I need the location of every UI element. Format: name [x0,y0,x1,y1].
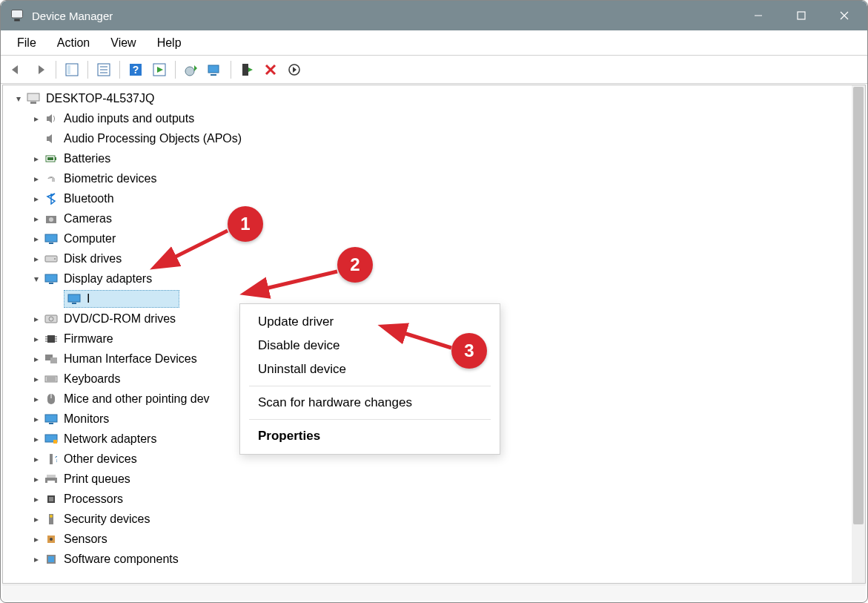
tree-category-sensors[interactable]: ▸ Sensors [9,529,865,549]
ctx-scan-hardware[interactable]: Scan for hardware changes [240,391,500,415]
tree-category-print[interactable]: ▸ Print queues [9,469,865,489]
chevron-right-icon[interactable]: ▸ [30,254,43,264]
chevron-right-icon[interactable]: ▸ [30,154,43,164]
window-controls [737,1,866,30]
chevron-right-icon[interactable]: ▸ [30,334,43,344]
hid-icon [43,352,59,366]
tree-category-biometric[interactable]: ▸ Biometric devices [9,168,865,188]
svg-rect-37 [49,283,53,284]
maximize-button[interactable] [780,1,823,30]
svg-rect-67 [49,497,53,501]
computer-icon [25,91,42,106]
tree-label: Computer [64,232,116,246]
properties-button[interactable] [93,59,115,81]
chevron-right-icon[interactable]: ▸ [30,514,43,524]
refresh-button[interactable] [283,59,305,81]
minimize-button[interactable] [737,1,780,30]
chevron-right-icon[interactable]: ▸ [30,354,43,364]
chevron-right-icon[interactable]: ▸ [30,174,43,184]
tree-category-audio-io[interactable]: ▸ Audio inputs and outputs [9,108,865,128]
tree-category-computer[interactable]: ▸ Computer [9,228,865,248]
svg-rect-42 [47,335,55,343]
sensor-icon [43,532,59,547]
tree-label: Security devices [64,513,150,526]
title-bar: Device Manager [1,1,867,30]
chevron-right-icon[interactable]: ▸ [30,414,43,424]
enable-device-button[interactable] [236,59,258,81]
tree-label: Mice and other pointing dev [64,392,210,406]
chevron-right-icon[interactable]: ▸ [30,394,43,404]
svg-point-16 [185,67,194,76]
chevron-right-icon[interactable]: ▸ [30,214,43,224]
ctx-update-driver[interactable]: Update driver [240,310,500,334]
other-devices-icon: ? [43,452,59,467]
ctx-properties[interactable]: Properties [240,424,500,448]
chevron-right-icon[interactable]: ▸ [30,534,43,544]
svg-rect-61 [50,454,53,464]
tree-category-display[interactable]: ▾ Display adapters [9,268,865,289]
tree-category-batteries[interactable]: ▸ Batteries [9,148,865,168]
tree-category-disk[interactable]: ▸ Disk drives [9,248,865,268]
tree-root[interactable]: ▾ DESKTOP-4L537JQ [9,88,865,108]
window-title: Device Manager [32,10,113,22]
scrollbar-thumb[interactable] [853,87,864,524]
chevron-right-icon[interactable]: ▸ [30,194,43,204]
nav-back-button[interactable] [5,59,27,81]
svg-rect-32 [45,234,57,242]
toolbar: ? [1,56,867,84]
monitor-icon [43,412,59,426]
chevron-right-icon[interactable]: ▸ [30,234,43,244]
menu-view[interactable]: View [100,33,146,53]
chevron-right-icon[interactable]: ▸ [30,494,43,504]
tree-label: DESKTOP-4L537JQ [46,92,154,105]
chevron-right-icon[interactable]: ▸ [30,374,43,384]
chevron-down-icon[interactable]: ▾ [30,274,43,284]
chevron-right-icon[interactable]: ▸ [30,113,43,124]
printer-icon [43,472,59,487]
chevron-right-icon[interactable]: ▸ [30,434,43,444]
menu-bar: File Action View Help [1,30,867,56]
show-hide-console-tree-button[interactable] [61,59,83,81]
camera-icon [43,211,59,226]
chevron-down-icon[interactable]: ▾ [12,93,25,104]
tree-category-software-comp[interactable]: ▸ Software components [9,549,865,569]
annotation-step-2: 2 [337,247,373,283]
tree-label: Batteries [64,152,110,165]
menu-help[interactable]: Help [147,33,192,53]
close-button[interactable] [823,1,866,30]
ctx-separator [249,419,491,420]
help-button[interactable]: ? [125,59,147,81]
chevron-right-icon[interactable]: ▸ [30,454,43,464]
tree-category-security[interactable]: ▸ Security devices [9,509,865,529]
context-menu: Update driver Disable device Uninstall d… [239,303,500,455]
tree-label: Biometric devices [64,172,156,185]
tree-category-processors[interactable]: ▸ Processors [9,489,865,509]
toolbar-separator [119,61,120,79]
svg-rect-33 [49,243,53,244]
chevron-right-icon[interactable]: ▸ [30,554,43,564]
svg-rect-0 [12,10,23,19]
svg-rect-3 [798,12,805,19]
scan-button[interactable] [204,59,226,81]
tree-label: Software components [64,553,179,566]
nav-forward-button[interactable] [29,59,51,81]
chevron-right-icon[interactable]: ▸ [30,314,43,324]
action-window-button[interactable] [148,59,170,81]
vertical-scrollbar[interactable] [852,85,865,583]
svg-rect-19 [242,64,248,76]
tree-category-bluetooth[interactable]: ▸ Bluetooth [9,188,865,208]
tree-label: Audio Processing Objects (APOs) [64,132,242,145]
update-driver-button[interactable] [180,59,202,81]
tree-category-apo[interactable]: ▸ Audio Processing Objects (APOs) [9,128,865,148]
chevron-right-icon[interactable]: ▸ [30,474,43,484]
tree-label: Processors [64,492,123,506]
display-adapter-icon [66,291,82,306]
svg-rect-28 [55,157,56,160]
svg-point-35 [54,258,56,260]
menu-file[interactable]: File [7,33,47,53]
tree-category-cameras[interactable]: ▸ Cameras [9,208,865,228]
annotation-step-3: 3 [451,333,487,369]
menu-action[interactable]: Action [47,33,100,53]
tree-label: Disk drives [64,252,122,266]
uninstall-device-button[interactable] [259,59,282,81]
